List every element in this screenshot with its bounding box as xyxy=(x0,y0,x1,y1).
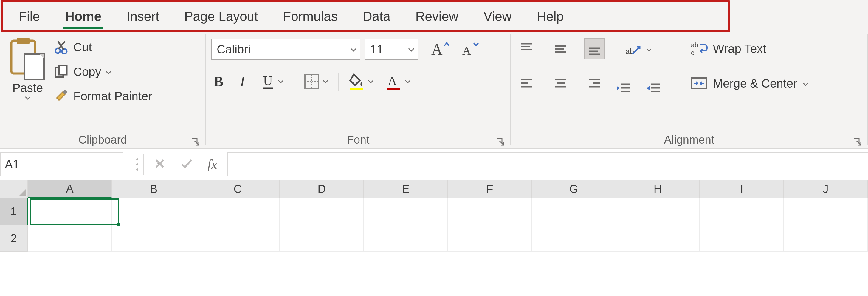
column-header-H[interactable]: H xyxy=(616,181,700,198)
align-left-button[interactable] xyxy=(516,73,537,94)
align-middle-button[interactable] xyxy=(550,38,571,59)
merge-center-button[interactable]: Merge & Center xyxy=(690,75,809,92)
column-header-D[interactable]: D xyxy=(280,181,364,198)
cell-D1[interactable] xyxy=(280,198,364,225)
cell-A2[interactable] xyxy=(28,225,112,252)
cell-D2[interactable] xyxy=(280,225,364,252)
formula-input-box[interactable] xyxy=(227,152,868,176)
orientation-button[interactable]: ab xyxy=(624,40,652,61)
column-header-B[interactable]: B xyxy=(112,181,196,198)
svg-point-5 xyxy=(62,49,67,54)
tab-view[interactable]: View xyxy=(481,8,514,25)
cell-E2[interactable] xyxy=(364,225,448,252)
format-painter-label: Format Painter xyxy=(73,89,152,103)
tab-review[interactable]: Review xyxy=(413,8,461,25)
group-alignment: ab ab xyxy=(511,32,867,148)
tab-page-layout[interactable]: Page Layout xyxy=(182,8,260,25)
svg-rect-20 xyxy=(350,87,363,90)
align-bottom-button[interactable] xyxy=(584,38,605,59)
insert-function-button[interactable]: fx xyxy=(208,157,217,172)
tab-formulas[interactable]: Formulas xyxy=(280,8,340,25)
column-header-A[interactable]: A xyxy=(28,181,112,198)
copy-dropdown-icon[interactable] xyxy=(105,65,112,79)
row-header-1[interactable]: 1 xyxy=(0,198,28,225)
borders-button[interactable] xyxy=(302,71,331,92)
increase-indent-button[interactable] xyxy=(644,78,662,99)
name-box[interactable] xyxy=(0,152,123,176)
cell-I1[interactable] xyxy=(700,198,784,225)
underline-icon: U xyxy=(262,73,275,90)
chevron-down-icon xyxy=(404,78,411,85)
cell-F1[interactable] xyxy=(448,198,532,225)
resize-handle[interactable] xyxy=(131,158,143,170)
font-size-combo[interactable]: 11 xyxy=(365,38,418,60)
cell-I2[interactable] xyxy=(700,225,784,252)
enter-formula-button[interactable] xyxy=(180,158,193,171)
svg-text:B: B xyxy=(214,74,223,89)
cell-B2[interactable] xyxy=(112,225,196,252)
copy-icon xyxy=(54,64,69,79)
fill-color-button[interactable] xyxy=(347,71,376,92)
wrap-text-button[interactable]: ab c Wrap Text xyxy=(690,40,809,57)
cancel-formula-button[interactable] xyxy=(154,158,166,171)
copy-button[interactable]: Copy xyxy=(54,63,152,81)
cell-G2[interactable] xyxy=(532,225,616,252)
chevron-down-icon xyxy=(802,77,809,90)
cell-J2[interactable] xyxy=(784,225,868,252)
font-dialog-launcher[interactable] xyxy=(496,136,505,145)
tab-help[interactable]: Help xyxy=(534,8,566,25)
tab-insert[interactable]: Insert xyxy=(124,8,161,25)
svg-text:ab: ab xyxy=(691,41,698,49)
paste-button[interactable]: Paste xyxy=(5,35,50,103)
decrease-indent-button[interactable] xyxy=(614,78,632,99)
fill-handle[interactable] xyxy=(117,223,121,227)
svg-rect-17 xyxy=(305,75,319,88)
svg-text:I: I xyxy=(240,74,245,89)
cell-J1[interactable] xyxy=(784,198,868,225)
svg-text:A: A xyxy=(431,41,443,58)
increase-font-size-button[interactable]: A xyxy=(430,38,452,60)
group-clipboard: Paste Cut xyxy=(0,32,206,148)
clipboard-dialog-launcher[interactable] xyxy=(191,136,200,145)
cell-C1[interactable] xyxy=(196,198,280,225)
cell-C2[interactable] xyxy=(196,225,280,252)
column-header-C[interactable]: C xyxy=(196,181,280,198)
underline-button[interactable]: U xyxy=(260,71,286,92)
cell-G1[interactable] xyxy=(532,198,616,225)
column-header-G[interactable]: G xyxy=(532,181,616,198)
ribbon: Paste Cut xyxy=(0,32,868,149)
column-header-I[interactable]: I xyxy=(700,181,784,198)
borders-icon xyxy=(304,74,320,89)
paste-dropdown-icon[interactable] xyxy=(25,95,31,103)
cell-H2[interactable] xyxy=(616,225,700,252)
align-top-button[interactable] xyxy=(516,38,537,59)
svg-rect-1 xyxy=(17,38,30,44)
tab-home[interactable]: Home xyxy=(63,8,104,25)
row-header-2[interactable]: 2 xyxy=(0,225,28,252)
column-header-F[interactable]: F xyxy=(448,181,532,198)
tab-file[interactable]: File xyxy=(17,8,42,25)
cell-B1[interactable] xyxy=(112,198,196,225)
font-color-button[interactable]: A xyxy=(383,71,413,92)
formula-input[interactable] xyxy=(232,157,864,171)
font-name-combo[interactable]: Calibri xyxy=(211,38,361,60)
tab-data[interactable]: Data xyxy=(361,8,393,25)
format-painter-button[interactable]: Format Painter xyxy=(54,87,152,105)
bold-icon: B xyxy=(213,73,226,90)
svg-text:A: A xyxy=(462,44,471,57)
cut-button[interactable]: Cut xyxy=(54,38,152,56)
column-header-E[interactable]: E xyxy=(364,181,448,198)
cell-E1[interactable] xyxy=(364,198,448,225)
align-right-button[interactable] xyxy=(584,73,605,94)
italic-button[interactable]: I xyxy=(236,71,252,92)
align-center-button[interactable] xyxy=(550,73,571,94)
decrease-font-size-button[interactable]: A xyxy=(461,38,482,60)
select-all-icon xyxy=(17,188,26,196)
cell-H1[interactable] xyxy=(616,198,700,225)
bold-button[interactable]: B xyxy=(211,71,228,92)
column-header-J[interactable]: J xyxy=(784,181,868,198)
alignment-dialog-launcher[interactable] xyxy=(853,136,862,145)
cell-F2[interactable] xyxy=(448,225,532,252)
cell-A1[interactable] xyxy=(28,198,112,225)
select-all-button[interactable] xyxy=(0,181,28,198)
